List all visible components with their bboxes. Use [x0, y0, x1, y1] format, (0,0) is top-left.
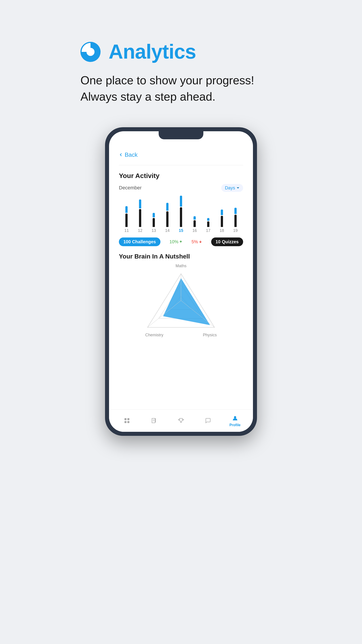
svg-rect-11: [124, 421, 126, 423]
bottom-nav: Profile: [109, 410, 253, 432]
radar-bottom-labels: Chemistry Physics: [145, 333, 217, 338]
challenges-stat: 100 Challenges: [119, 238, 160, 246]
chevron-down-icon: [236, 186, 240, 190]
phone-mockup: Back Your Activity December Days: [105, 127, 257, 436]
quizzes-stat: 10 Quizzes: [211, 238, 243, 246]
radar-label-physics: Physics: [203, 333, 217, 338]
svg-rect-10: [127, 418, 129, 420]
arrow-up-icon: [179, 240, 182, 243]
nav-item-trophy[interactable]: [168, 416, 195, 425]
screen-content: Back Your Activity December Days: [109, 138, 253, 410]
nav-item-profile[interactable]: Profile: [221, 414, 249, 427]
profile-nav-label: Profile: [230, 423, 241, 427]
phone-outer: Back Your Activity December Days: [105, 127, 257, 436]
brain-section-title: Your Brain In A Nutshell: [119, 253, 243, 260]
bar-group: 12: [133, 196, 147, 233]
arrow-down-icon: [199, 240, 202, 243]
divider: [119, 165, 243, 165]
title-row: Analytics: [80, 40, 282, 63]
header-section: Analytics One place to show your progres…: [80, 40, 282, 105]
radar-label-chemistry: Chemistry: [145, 333, 163, 338]
bar-group: 18: [215, 196, 229, 233]
page-subtitle: One place to show your progress! Always …: [80, 72, 282, 105]
month-label: December: [119, 185, 141, 191]
phone-notch: [159, 131, 203, 139]
svg-point-17: [234, 416, 236, 418]
profile-icon: [231, 414, 239, 422]
bar-group-highlight: 15: [174, 196, 188, 233]
nav-item-home[interactable]: [113, 416, 141, 425]
svg-rect-9: [124, 418, 126, 420]
analytics-icon: [80, 42, 100, 62]
stats-row: 100 Challenges 10% 5% 10 Quizzes: [119, 238, 243, 246]
change-up-stat: 10%: [169, 239, 182, 244]
bar-group: 11: [120, 196, 133, 233]
radar-label-maths: Maths: [175, 264, 186, 268]
nav-item-book[interactable]: [141, 416, 168, 425]
svg-rect-12: [127, 421, 129, 423]
phone-screen: Back Your Activity December Days: [109, 131, 253, 432]
svg-point-1: [86, 48, 94, 56]
bar-group: 19: [229, 196, 242, 233]
back-chevron-icon: [119, 153, 123, 157]
activity-bar-chart: 11 12: [119, 197, 243, 233]
bar-group: 13: [147, 196, 161, 233]
radar-chart: Maths Chemis: [119, 264, 243, 338]
home-icon: [123, 416, 131, 425]
book-icon: [150, 416, 158, 425]
bar-group: 14: [161, 196, 174, 233]
chat-icon: [204, 416, 212, 425]
days-filter[interactable]: Days: [221, 184, 243, 192]
activity-month-row: December Days: [119, 184, 243, 192]
activity-section-title: Your Activity: [119, 172, 243, 180]
trophy-icon: [177, 416, 185, 425]
back-label: Back: [125, 152, 138, 158]
back-button[interactable]: Back: [119, 152, 243, 158]
nav-item-chat[interactable]: [194, 416, 221, 425]
change-down-stat: 5%: [192, 239, 202, 244]
radar-svg: [145, 269, 217, 332]
bar-group: 16: [188, 196, 201, 233]
bar-group: 17: [201, 196, 215, 233]
page-title: Analytics: [109, 40, 196, 63]
